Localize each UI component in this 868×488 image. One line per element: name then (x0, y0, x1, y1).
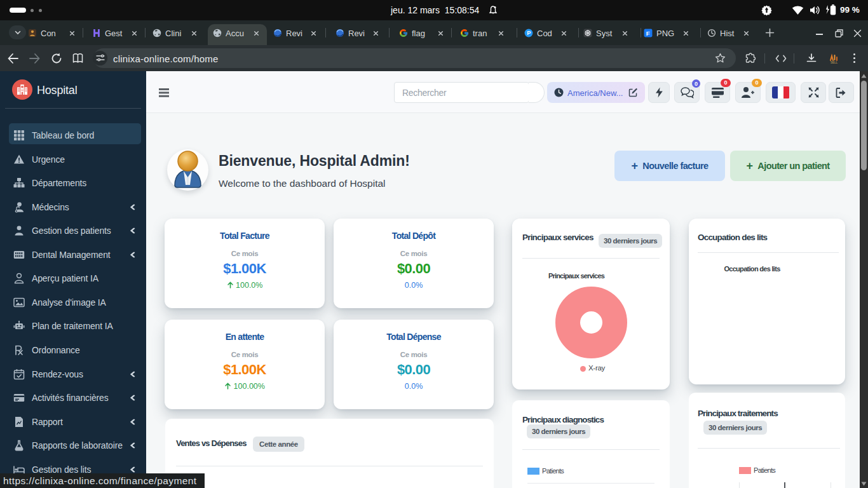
svg-text:P: P (527, 30, 531, 36)
svg-text:F: F (646, 30, 650, 37)
svg-text:SELL: SELL (831, 61, 838, 64)
